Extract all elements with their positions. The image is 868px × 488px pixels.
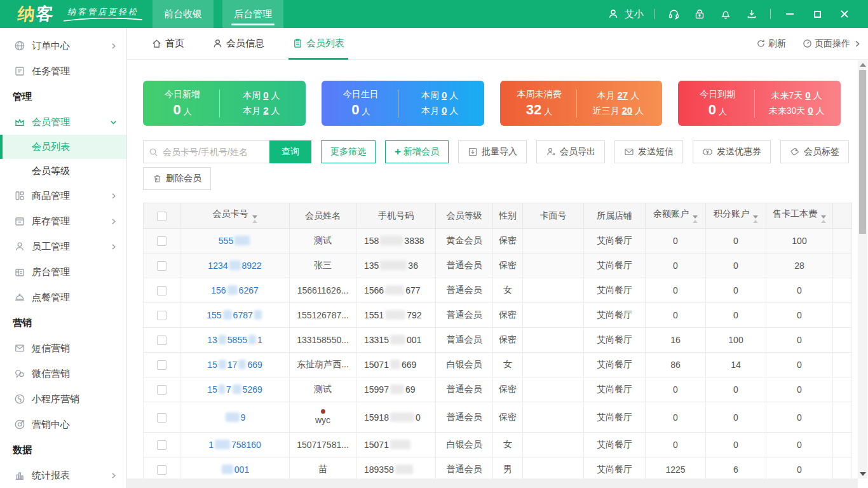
row-checkbox[interactable] [157,465,166,475]
member-card-link[interactable]: 001 [220,464,249,475]
tab-home[interactable]: 首页 [147,28,188,59]
refresh-button[interactable]: 刷新 [756,38,786,50]
sidebar-item-微信营销[interactable]: 微信营销 [0,361,126,386]
member-name: 张三 [290,254,356,278]
card-face-no [523,377,584,402]
col-header[interactable] [144,203,180,229]
row-checkbox[interactable] [157,336,166,345]
stat-card-今日到期[interactable]: 今日到期0人未来7天0人未来30天0人 [678,81,841,126]
col-header-会员卡号[interactable]: 会员卡号 [180,203,290,229]
sidebar-item-小程序营销[interactable]: 小程序营销 [0,386,126,412]
member-card-link[interactable]: 1358551 [207,335,262,345]
member-card-link[interactable]: 1517669 [207,360,262,370]
row-checkbox[interactable] [157,261,166,271]
member-card-link[interactable]: 12348922 [208,261,261,271]
search-input[interactable] [163,147,269,157]
sidebar-item-统计报表[interactable]: 统计报表 [0,463,126,488]
sidebar-item-任务管理[interactable]: 任务管理 [0,58,126,84]
row-checkbox[interactable] [157,236,166,246]
export-member-button[interactable]: 会员导出 [536,140,605,163]
row-checkbox[interactable] [157,311,166,320]
row-checkbox[interactable] [157,286,166,295]
card-stat-link[interactable]: 0 [805,90,810,100]
sidebar-subitem-会员列表[interactable]: 会员列表 [0,135,126,159]
scroll-up-arrow-icon[interactable] [860,63,866,67]
card-stat-link[interactable]: 0 [442,105,447,116]
sidebar-item-员工管理[interactable]: 员工管理 [0,234,126,259]
window-minimize-button[interactable] [782,6,798,22]
member-card-link[interactable]: 1566267 [211,285,259,295]
headset-icon[interactable] [666,6,681,22]
member-card-link[interactable]: 1556787 [207,310,263,320]
card-stat-link[interactable]: 2 [263,105,268,116]
redaction-blur [390,335,405,344]
query-button[interactable]: 查询 [269,140,311,163]
member-tag-icon [790,147,800,157]
page-operations-button[interactable]: 页面操作 [803,38,862,50]
sidebar-item-短信营销[interactable]: 短信营销 [0,336,126,361]
sidebar-item-库存管理[interactable]: 库存管理 [0,208,126,234]
sort-carets-icon[interactable] [693,215,698,223]
member-name: 测试 [290,377,356,402]
more-filter-button[interactable]: 更多筛选 [321,140,376,163]
row-checkbox[interactable] [157,385,166,395]
window-close-button[interactable] [836,6,853,22]
lock-icon[interactable] [692,6,707,22]
user-menu[interactable]: 艾小 [606,6,644,22]
bell-icon[interactable] [718,6,733,22]
tab-member-list[interactable]: 会员列表 [288,28,348,59]
scrollbar-thumb[interactable] [859,70,866,234]
card-fee: 0 [766,433,833,458]
member-card-link[interactable]: 555 [219,236,251,246]
window-maximize-button[interactable] [809,6,825,22]
sidebar-item-营销中心[interactable]: 营销中心 [0,412,126,437]
row-checkbox[interactable] [157,413,166,423]
download-icon[interactable] [744,6,759,22]
delete-member-button[interactable]: 删除会员 [143,167,211,190]
col-header-积分账户[interactable]: 积分账户 [706,203,766,229]
member-card-link[interactable]: 1575269 [207,384,262,395]
add-member-button[interactable]: +新增会员 [385,140,449,163]
nav-tab-backend-admin[interactable]: 后台管理 [222,0,283,28]
member-card-link[interactable]: 1758160 [208,440,261,450]
row-checkbox[interactable] [157,360,166,370]
card-fee: 0 [766,328,833,353]
card-stat-link[interactable]: 27 [618,90,628,100]
col-header-余额账户[interactable]: 余额账户 [646,203,706,229]
batch-import-icon [468,147,478,157]
stat-card-本周未消费[interactable]: 本周未消费32人本月27人近三月20人 [500,81,663,126]
sort-carets-icon[interactable] [821,215,826,223]
scroll-down-arrow-icon[interactable] [860,472,866,476]
row-checkbox[interactable] [157,440,166,450]
sidebar-subitem-会员等级[interactable]: 会员等级 [0,159,126,183]
card-stat-link[interactable]: 20 [622,105,633,116]
tab-member-info[interactable]: 会员信息 [208,28,268,59]
sidebar-item-会员管理[interactable]: 会员管理 [0,109,126,135]
send-sms-button[interactable]: 发送短信 [614,140,683,163]
member-name: 测试 [290,229,356,254]
card-stat-link[interactable]: 0 [442,90,447,100]
select-all-checkbox[interactable] [157,212,166,221]
member-tag-button[interactable]: 会员标签 [780,140,849,163]
sort-carets-icon[interactable] [252,215,257,223]
horizontal-scrollbar-track[interactable] [127,478,858,488]
sidebar-item-订单中心[interactable]: 订单中心 [0,33,126,58]
sidebar-item-点餐管理[interactable]: 点餐管理 [0,285,126,310]
col-header-售卡工本费[interactable]: 售卡工本费 [766,203,833,229]
member-gender: 女 [493,278,523,303]
member-card-link[interactable]: 9 [224,412,246,423]
batch-import-button[interactable]: 批量导入 [458,140,527,163]
stat-card-今日新增[interactable]: 今日新增0人本周0人本月2人 [143,81,306,126]
card-stat-link[interactable]: 0 [808,105,813,116]
card-title: 今日生日 [330,89,391,100]
send-coupon-button[interactable]: 发送优惠券 [693,140,771,163]
sidebar-item-商品管理[interactable]: 商品管理 [0,183,126,208]
card-stat-link[interactable]: 0 [263,90,268,100]
stat-card-今日生日[interactable]: 今日生日0人本周0人本月0人 [322,81,484,126]
vertical-scrollbar[interactable] [858,60,867,478]
table-row: 1566267156611626...1566677普通会员女艾尚餐厅000 [144,278,852,303]
sort-carets-icon[interactable] [753,215,758,223]
redaction-blur [390,384,404,394]
sidebar-item-房台管理[interactable]: 房台管理 [0,259,126,285]
nav-tab-front-cashier[interactable]: 前台收银 [153,0,214,28]
